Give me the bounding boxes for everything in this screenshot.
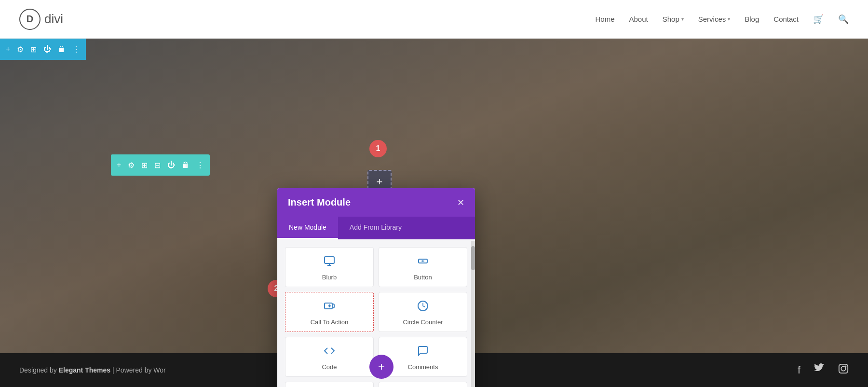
module-comments-label: Comments	[408, 363, 438, 371]
code-icon	[324, 345, 335, 359]
row-power-icon[interactable]: ⏻	[167, 161, 175, 169]
tab-new-module[interactable]: New Module	[277, 217, 338, 239]
instagram-icon[interactable]	[838, 363, 849, 377]
module-blurb-label: Blurb	[322, 274, 337, 281]
call-to-action-icon	[324, 300, 335, 315]
comments-icon	[417, 345, 429, 359]
nav-contact[interactable]: Contact	[773, 15, 799, 23]
toolbar-layout-icon[interactable]: ⊞	[30, 45, 37, 54]
circle-counter-icon	[417, 300, 429, 315]
footer-credit: Designed by Elegant Themes | Powered by …	[19, 366, 166, 374]
chevron-down-icon: ▾	[728, 16, 730, 22]
module-blurb[interactable]: Blurb	[285, 247, 374, 287]
row-delete-icon[interactable]: 🗑	[182, 161, 190, 169]
module-email[interactable]	[285, 382, 374, 387]
plus-icon: +	[377, 176, 383, 188]
modal-header: Insert Module ✕	[277, 188, 475, 217]
module-button-label: Button	[414, 274, 432, 281]
row-columns-icon[interactable]: ⊟	[154, 161, 161, 170]
tab-add-from-library[interactable]: Add From Library	[338, 217, 413, 239]
row-add-icon[interactable]: +	[117, 161, 121, 169]
toolbar-settings-icon[interactable]: ⚙	[17, 45, 24, 54]
svg-rect-3	[325, 257, 334, 263]
footer-social: f	[798, 363, 849, 377]
modal-close-button[interactable]: ✕	[457, 197, 464, 208]
row-more-icon[interactable]: ⋮	[196, 161, 204, 170]
toolbar-power-icon[interactable]: ⏻	[43, 45, 51, 54]
main-content: + ⚙ ⊞ ⏻ 🗑 ⋮ + ⚙ ⊞ ⊟ ⏻ 🗑 ⋮ 1 + 2 Designed…	[0, 39, 868, 387]
blurb-icon	[324, 255, 335, 270]
row-layout-icon[interactable]: ⊞	[141, 161, 148, 170]
toolbar-more-icon[interactable]: ⋮	[72, 45, 80, 54]
module-button[interactable]: Button	[379, 247, 467, 287]
svg-point-2	[845, 366, 847, 367]
header: D divi Home About Shop ▾ Services ▾ Blog…	[0, 0, 868, 39]
module-code[interactable]: Code	[285, 337, 374, 377]
nav-home[interactable]: Home	[595, 15, 614, 23]
footer-brand: Elegant Themes	[59, 366, 110, 374]
chevron-down-icon: ▾	[681, 16, 684, 22]
button-icon	[417, 255, 429, 270]
module-circle-counter-label: Circle Counter	[403, 318, 443, 326]
modal-scrollbar[interactable]	[471, 241, 475, 387]
module-code-label: Code	[322, 363, 337, 371]
modal-add-button[interactable]: +	[369, 355, 393, 379]
module-circle-counter[interactable]: Circle Counter	[379, 292, 467, 332]
modal-title: Insert Module	[288, 197, 351, 208]
toolbar-add-icon[interactable]: +	[6, 45, 10, 54]
plus-icon: +	[378, 360, 385, 373]
row-toolbar: + ⚙ ⊞ ⊟ ⏻ 🗑 ⋮	[111, 154, 210, 176]
step-badge-1: 1	[369, 140, 387, 157]
logo-name: divi	[44, 12, 63, 27]
cart-icon[interactable]: 🛒	[813, 14, 824, 25]
module-call-to-action-label: Call To Action	[311, 318, 349, 326]
modal-tabs: New Module Add From Library	[277, 217, 475, 239]
search-icon[interactable]: 🔍	[838, 14, 849, 25]
logo[interactable]: D divi	[19, 9, 63, 30]
module-counter[interactable]	[379, 382, 467, 387]
nav-services[interactable]: Services ▾	[698, 15, 731, 23]
scrollbar-thumb	[471, 246, 475, 270]
facebook-icon[interactable]: f	[798, 364, 800, 376]
nav-blog[interactable]: Blog	[745, 15, 759, 23]
nav-about[interactable]: About	[629, 15, 648, 23]
section-toolbar: + ⚙ ⊞ ⏻ 🗑 ⋮	[0, 39, 86, 60]
twitter-icon[interactable]	[814, 363, 825, 377]
toolbar-delete-icon[interactable]: 🗑	[58, 45, 66, 54]
svg-point-1	[841, 366, 845, 371]
main-nav: Home About Shop ▾ Services ▾ Blog Contac…	[595, 14, 849, 25]
module-call-to-action[interactable]: Call To Action	[285, 292, 374, 332]
row-settings-icon[interactable]: ⚙	[128, 161, 135, 170]
nav-shop[interactable]: Shop ▾	[663, 15, 684, 23]
svg-rect-0	[839, 364, 848, 373]
logo-circle: D	[19, 9, 41, 30]
